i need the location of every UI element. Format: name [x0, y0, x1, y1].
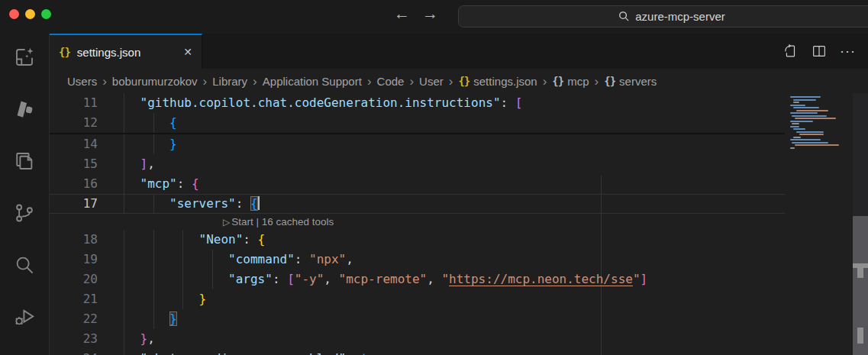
line-number[interactable]: 11 — [50, 93, 111, 113]
line-number[interactable]: 21 — [50, 289, 111, 309]
activity-bar — [0, 34, 50, 355]
line-number[interactable]: 22 — [50, 309, 111, 329]
run-and-debug-icon[interactable] — [12, 304, 37, 329]
line-number[interactable]: 24 — [50, 349, 111, 355]
breadcrumb-item[interactable]: {}servers — [604, 75, 657, 88]
code-token: "mcp-remote" — [339, 272, 428, 286]
code-token: "chat.mcp.discovery.enabled" — [140, 351, 347, 355]
code-line-15[interactable]: 15], — [50, 154, 785, 174]
vscode-window: ← → azure-mcp-server — [0, 0, 868, 355]
minimap-line — [793, 107, 819, 108]
line-content: }, — [111, 329, 155, 349]
scrollbar-thumb[interactable] — [853, 216, 868, 355]
editor-actions: ··· — [782, 34, 868, 69]
tab-settings-json[interactable]: {} settings.json ✕ — [50, 34, 202, 69]
line-number[interactable]: 18 — [50, 230, 111, 250]
code-line-19[interactable]: 19"command": "npx", — [50, 250, 785, 269]
minimap-line — [792, 142, 828, 144]
code-line-21[interactable]: 21} — [50, 289, 785, 309]
code-area[interactable]: 11"github.copilot.chat.codeGeneration.in… — [50, 93, 785, 355]
minimap-line — [790, 139, 821, 140]
line-content: "servers": { — [111, 194, 260, 214]
code-token: "servers" — [169, 196, 236, 211]
breadcrumb-item[interactable]: Application Support — [263, 75, 362, 88]
minimap-line — [790, 147, 795, 149]
breadcrumb-separator-icon: › — [253, 75, 257, 88]
code-token: } — [199, 292, 207, 306]
breadcrumb-item[interactable]: User — [419, 75, 444, 88]
minimap-line — [790, 126, 799, 127]
breadcrumb-item[interactable]: Users — [67, 75, 97, 88]
breadcrumb-label: Library — [212, 75, 247, 88]
forward-icon[interactable]: → — [422, 5, 438, 23]
close-tab-icon[interactable]: ✕ — [183, 46, 192, 58]
breadcrumb-item[interactable]: {}settings.json — [458, 75, 537, 88]
line-number[interactable]: 15 — [50, 154, 111, 174]
code-editor[interactable]: 11"github.copilot.chat.codeGeneration.in… — [50, 93, 868, 355]
line-number[interactable]: 17 — [50, 194, 111, 214]
title-bar: ← → azure-mcp-server — [0, 0, 868, 34]
code-line-22[interactable]: 22} — [50, 309, 785, 329]
code-line-18[interactable]: 18"Neon": { — [50, 230, 785, 250]
scrollbar[interactable] — [853, 93, 868, 355]
augment-extension-icon[interactable] — [12, 96, 37, 121]
line-number[interactable]: 23 — [50, 329, 111, 349]
code-token: [ — [515, 95, 523, 110]
breadcrumb-label: servers — [619, 75, 657, 88]
code-line-16[interactable]: 16"mcp": { — [50, 174, 785, 194]
code-line-12[interactable]: 12{ — [50, 113, 785, 133]
code-token: : — [243, 232, 257, 247]
code-line-11[interactable]: 11"github.copilot.chat.codeGeneration.in… — [50, 93, 785, 113]
line-number[interactable]: 16 — [50, 174, 111, 194]
breadcrumb-item[interactable]: Library — [212, 75, 247, 88]
code-line-24[interactable]: 24"chat.mcp.discovery.enabled": true — [50, 349, 785, 355]
explorer-icon[interactable] — [12, 148, 37, 173]
codelens[interactable]: ▷Start | 16 cached tools — [50, 214, 785, 230]
code-token: } — [169, 137, 177, 151]
minimap-line — [792, 123, 799, 124]
code-line-14[interactable]: 14} — [50, 134, 785, 154]
line-content: } — [111, 309, 177, 329]
minimap-line — [796, 110, 828, 111]
code-token: { — [250, 196, 258, 211]
split-editor-icon[interactable] — [811, 43, 828, 60]
search-value: azure-mcp-server — [635, 10, 725, 23]
breadcrumb-separator-icon: › — [102, 75, 107, 88]
code-token: { — [258, 232, 266, 247]
copilot-edits-icon[interactable] — [12, 44, 37, 69]
line-number[interactable]: 19 — [50, 250, 111, 269]
breadcrumb-item[interactable]: {}mcp — [552, 75, 589, 88]
minimap-line — [790, 112, 818, 114]
line-content: "command": "npx", — [111, 250, 353, 269]
minimap[interactable] — [785, 93, 853, 355]
minimap-line — [790, 105, 805, 106]
code-token: , — [147, 331, 155, 346]
breadcrumb-separator-icon: › — [409, 75, 414, 88]
close-window-button[interactable] — [9, 9, 19, 19]
breadcrumb-separator-icon: › — [543, 75, 547, 88]
code-token: "command" — [228, 252, 295, 266]
code-line-23[interactable]: 23}, — [50, 329, 785, 349]
source-control-icon[interactable] — [12, 200, 37, 225]
command-center-search[interactable]: azure-mcp-server — [458, 5, 868, 27]
code-viewport[interactable]: 14}15],16"mcp": {17"servers": {▷Start | … — [50, 134, 785, 355]
code-token: true — [361, 351, 391, 355]
open-settings-ui-icon[interactable] — [782, 43, 799, 60]
zoom-window-button[interactable] — [41, 9, 51, 19]
breadcrumb-item[interactable]: boburumurzokov — [112, 75, 198, 88]
line-number[interactable]: 20 — [50, 269, 111, 289]
search-view-icon[interactable] — [12, 252, 37, 277]
code-token: : — [501, 95, 515, 110]
minimap-line — [793, 99, 816, 101]
back-icon[interactable]: ← — [394, 5, 410, 23]
breadcrumb-item[interactable]: Code — [377, 75, 405, 88]
code-line-17[interactable]: 17"servers": { — [50, 194, 785, 214]
minimize-window-button[interactable] — [25, 9, 35, 19]
line-number[interactable]: 12 — [50, 113, 111, 133]
line-content: ], — [111, 154, 155, 174]
more-actions-icon[interactable]: ··· — [840, 47, 856, 55]
line-number[interactable]: 14 — [50, 134, 111, 154]
code-token: : — [177, 176, 192, 191]
code-line-20[interactable]: 20"args": ["-y", "mcp-remote", "https://… — [50, 269, 785, 289]
tab-bar: {} settings.json ✕ ··· — [50, 34, 868, 69]
